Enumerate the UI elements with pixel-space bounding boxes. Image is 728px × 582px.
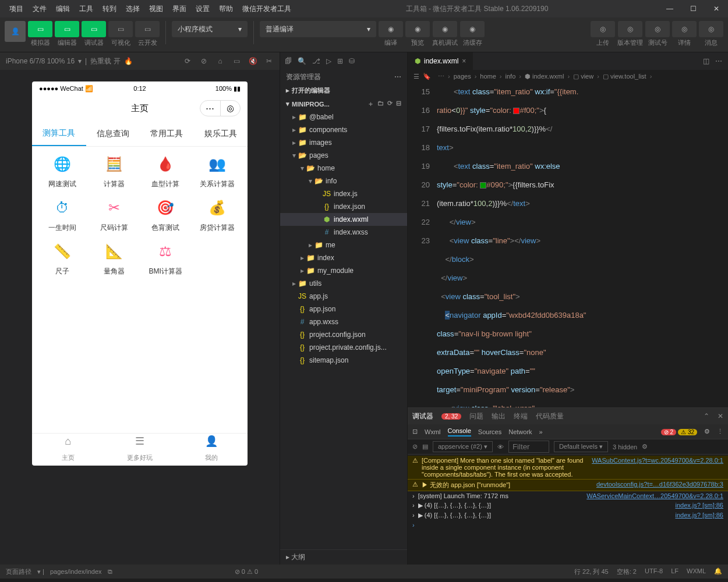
settings-icon[interactable]: ⚙ bbox=[704, 428, 710, 435]
tb-编辑器[interactable]: ▭ bbox=[55, 21, 79, 37]
tree-index.json[interactable]: {}index.json bbox=[280, 200, 407, 213]
more-icon[interactable]: ⋯ bbox=[715, 57, 722, 65]
hidden-label[interactable]: 3 hidden bbox=[613, 443, 637, 450]
db-icon[interactable]: ⛁ bbox=[349, 57, 355, 65]
tree-components[interactable]: ▸📁components bbox=[280, 123, 407, 136]
language[interactable]: WXML bbox=[687, 567, 706, 576]
sidebar-icon[interactable]: ▤ bbox=[422, 443, 428, 450]
tb-清缓存[interactable]: ◉ bbox=[460, 21, 485, 37]
eye-icon[interactable]: 👁 bbox=[497, 443, 504, 450]
tb-详情[interactable]: ◎ bbox=[672, 21, 697, 37]
minimize-button[interactable]: — bbox=[658, 0, 681, 17]
tree-index[interactable]: ▸📁index bbox=[280, 251, 407, 264]
bookmark-icon[interactable]: 🔖 bbox=[423, 73, 431, 80]
mute-icon[interactable]: 🔇 bbox=[248, 56, 257, 66]
tool-一生时间[interactable]: ⏱一生时间 bbox=[38, 196, 87, 233]
menu-选择[interactable]: 选择 bbox=[121, 4, 144, 14]
tree-me[interactable]: ▸📁me bbox=[280, 239, 407, 251]
tabbar-主页[interactable]: ⌂主页 bbox=[32, 434, 104, 466]
close-tab-icon[interactable]: × bbox=[462, 57, 466, 65]
tree-index.wxml[interactable]: ⬢index.wxml bbox=[280, 213, 407, 226]
split-icon[interactable]: ◫ bbox=[703, 57, 709, 65]
path-value[interactable]: pages/index/index bbox=[50, 568, 102, 575]
context-select[interactable]: appservice (#2) ▾ bbox=[433, 441, 493, 452]
close-button[interactable]: ✕ bbox=[705, 0, 728, 17]
tool-量角器[interactable]: 📐量角器 bbox=[90, 240, 139, 276]
bc-view.tool_list[interactable]: ▢ view.tool_list bbox=[603, 73, 646, 80]
refresh-icon[interactable]: ⟳ bbox=[183, 56, 192, 66]
new-file-icon[interactable]: ＋ bbox=[367, 100, 374, 108]
breadcrumb[interactable]: ☰ 🔖 ⋯ ›pages›home›info›⬢ index.wxml›▢ vi… bbox=[408, 70, 728, 83]
menu-转到[interactable]: 转到 bbox=[98, 4, 121, 14]
debug-icon[interactable]: ▷ bbox=[326, 57, 331, 65]
devtab-console[interactable]: Console bbox=[448, 427, 471, 436]
encoding[interactable]: UTF-8 bbox=[645, 567, 663, 576]
tb-消息[interactable]: ◎ bbox=[699, 21, 723, 37]
panel-up-icon[interactable]: ⌃ bbox=[704, 412, 709, 420]
tb-测试号[interactable]: ◎ bbox=[645, 21, 670, 37]
tool-计算器[interactable]: 🧮计算器 bbox=[90, 152, 139, 189]
menu-工具[interactable]: 工具 bbox=[75, 4, 98, 14]
list-icon[interactable]: ☰ bbox=[414, 73, 419, 80]
tree-index.wxss[interactable]: #index.wxss bbox=[280, 226, 407, 239]
home-icon[interactable]: ⌂ bbox=[215, 56, 225, 66]
tab-debugger[interactable]: 调试器 bbox=[412, 411, 433, 421]
refresh-icon[interactable]: ⟳ bbox=[387, 100, 393, 108]
menu-帮助[interactable]: 帮助 bbox=[214, 4, 238, 14]
levels-select[interactable]: Default levels ▾ bbox=[554, 441, 608, 452]
mode-select[interactable]: 小程序模式▾ bbox=[172, 21, 248, 37]
filter-input[interactable] bbox=[508, 441, 549, 453]
clear-icon[interactable]: ⊘ bbox=[412, 443, 418, 450]
tab-problems[interactable]: 问题 bbox=[469, 411, 483, 421]
tool-BMI计算器[interactable]: ⚖BMI计算器 bbox=[141, 240, 190, 276]
open-editors-header[interactable]: ▸ 打开的编辑器 bbox=[280, 84, 407, 97]
tree-info[interactable]: ▾📂info bbox=[280, 175, 407, 187]
tab-测算工具[interactable]: 测算工具 bbox=[32, 121, 86, 146]
hotreload-label[interactable]: 热重载 开 bbox=[90, 56, 120, 66]
tree-images[interactable]: ▸📁images bbox=[280, 136, 407, 149]
panel-close-icon[interactable]: ✕ bbox=[718, 412, 723, 420]
tb-上传[interactable]: ◎ bbox=[591, 21, 615, 37]
console-settings-icon[interactable]: ⚙ bbox=[642, 443, 648, 450]
tb-调试器[interactable]: ▭ bbox=[82, 21, 106, 37]
maximize-button[interactable]: ☐ bbox=[681, 0, 705, 17]
tree-pages[interactable]: ▾📂pages bbox=[280, 149, 407, 162]
tool-关系计算器[interactable]: 👥关系计算器 bbox=[193, 152, 242, 189]
tab-output[interactable]: 输出 bbox=[492, 411, 506, 421]
tb-编译[interactable]: ◉ bbox=[379, 21, 403, 37]
tree-utils[interactable]: ▸📁utils bbox=[280, 277, 407, 290]
tool-血型计算[interactable]: 🩸血型计算 bbox=[141, 152, 190, 189]
avatar-button[interactable]: 👤 bbox=[5, 21, 26, 42]
menu-文件[interactable]: 文件 bbox=[28, 4, 51, 14]
bc-view[interactable]: ▢ view bbox=[573, 73, 593, 80]
git-icon[interactable]: ⎇ bbox=[312, 57, 320, 65]
code-editor[interactable]: 151617181920212223 <text class="item_rat… bbox=[408, 83, 728, 407]
tree-home[interactable]: ▾📂home bbox=[280, 162, 407, 175]
tab-常用工具[interactable]: 常用工具 bbox=[140, 121, 194, 146]
tool-房贷计算器[interactable]: 💰房贷计算器 bbox=[193, 196, 242, 233]
tb-真机调试[interactable]: ◉ bbox=[433, 21, 457, 37]
collapse-icon[interactable]: ⊟ bbox=[396, 100, 401, 108]
copy-icon[interactable]: ⧉ bbox=[108, 568, 112, 576]
tab-娱乐工具[interactable]: 娱乐工具 bbox=[194, 121, 248, 146]
tree-index.js[interactable]: JSindex.js bbox=[280, 187, 407, 200]
menu-界面[interactable]: 界面 bbox=[168, 4, 191, 14]
menu-视图[interactable]: 视图 bbox=[144, 4, 168, 14]
tabbar-更多好玩[interactable]: ☰更多好玩 bbox=[104, 434, 175, 466]
tool-尺子[interactable]: 📏尺子 bbox=[38, 240, 87, 276]
devtools-more-icon[interactable]: ⋮ bbox=[717, 428, 723, 435]
status-errors[interactable]: ⊘ 0 ⚠ 0 bbox=[235, 568, 258, 576]
menu-编辑[interactable]: 编辑 bbox=[51, 4, 75, 14]
tool-网速测试[interactable]: 🌐网速测试 bbox=[38, 152, 87, 189]
tree-app.js[interactable]: JSapp.js bbox=[280, 290, 407, 303]
tabbar-我的[interactable]: 👤我的 bbox=[176, 434, 248, 466]
bc-index.wxml[interactable]: ⬢ index.wxml bbox=[525, 73, 564, 80]
menu-微信开发者工具[interactable]: 微信开发者工具 bbox=[238, 4, 296, 14]
tab-信息查询[interactable]: 信息查询 bbox=[86, 121, 140, 146]
cut-icon[interactable]: ✂ bbox=[264, 56, 274, 66]
editor-tab[interactable]: ⬢index.wxml× bbox=[408, 52, 473, 70]
device-label[interactable]: iPhone 6/7/8 100% 16 bbox=[6, 57, 75, 65]
devtab-network[interactable]: Network bbox=[508, 428, 532, 435]
new-folder-icon[interactable]: 🗀 bbox=[377, 100, 384, 108]
tree-sitemap.json[interactable]: {}sitemap.json bbox=[280, 354, 407, 367]
